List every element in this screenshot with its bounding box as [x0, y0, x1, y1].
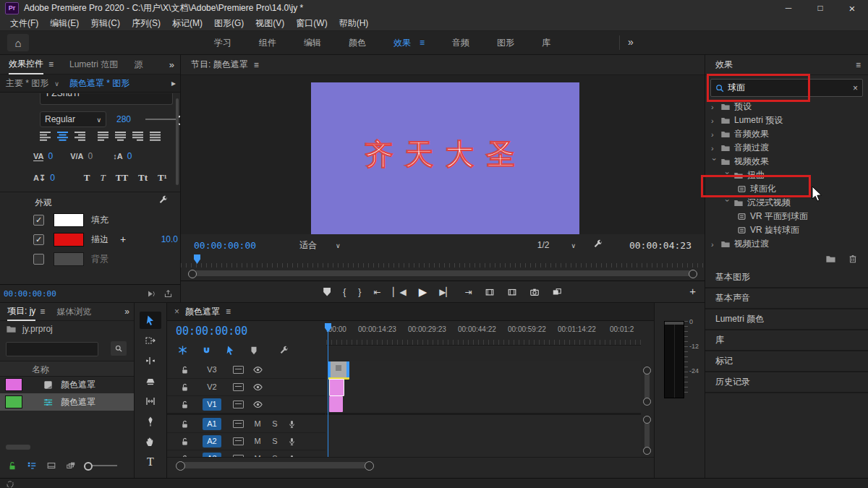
baseline-shift-value[interactable]: 0 — [50, 173, 55, 183]
tab-project[interactable]: 项目: jy — [7, 303, 35, 321]
workspace-tab-graphics[interactable]: 图形 — [497, 37, 514, 49]
tree-item-spherize[interactable]: 球面化 — [705, 182, 868, 196]
clear-search-icon[interactable] — [853, 83, 858, 93]
toggle-track-output-eye-icon[interactable] — [252, 364, 263, 375]
name-column-header[interactable]: 名称 — [0, 361, 134, 377]
playback-resolution-dropdown[interactable]: 1/2 — [537, 240, 576, 250]
solo-button[interactable]: S — [271, 419, 278, 428]
twirl-icon[interactable]: › — [723, 199, 732, 208]
slip-tool[interactable] — [140, 393, 161, 410]
linked-selection-icon[interactable] — [225, 345, 236, 356]
delete-icon[interactable] — [848, 254, 858, 264]
lift-icon[interactable] — [485, 287, 495, 297]
timeline-settings-wrench-icon[interactable] — [279, 346, 289, 356]
workspace-tab-color[interactable]: 颜色 — [349, 37, 366, 49]
step-forward-icon[interactable] — [439, 287, 452, 297]
menu-view[interactable]: 视图(V) — [250, 17, 290, 30]
justify-last-center-icon[interactable] — [115, 132, 127, 141]
tab-source[interactable]: 源 — [134, 59, 142, 71]
justify-last-left-icon[interactable] — [98, 132, 110, 141]
tracking-value[interactable]: 0 — [48, 151, 53, 161]
panel-libraries[interactable]: 库 — [705, 330, 868, 351]
panel-menu-icon[interactable] — [48, 59, 54, 69]
font-size-value[interactable]: 280 — [116, 114, 138, 124]
panel-overflow-icon[interactable]: » — [169, 59, 174, 70]
home-icon[interactable] — [7, 34, 29, 51]
track-label-a1[interactable]: A1 — [203, 418, 221, 430]
project-search-input[interactable] — [9, 345, 118, 354]
sync-lock-icon[interactable] — [233, 420, 244, 428]
stroke-color-swatch[interactable] — [54, 233, 84, 247]
workspace-tab-editing[interactable]: 编辑 — [304, 37, 321, 49]
program-monitor-title[interactable]: 节目: 颜色遮罩 — [191, 59, 248, 71]
track-lock-icon[interactable] — [180, 437, 190, 446]
effects-search-input[interactable] — [725, 83, 853, 93]
menu-edit[interactable]: 编辑(E) — [44, 17, 85, 30]
track-label-v3[interactable]: V3 — [203, 364, 221, 376]
search-bin-button[interactable] — [111, 341, 127, 356]
workspace-menu-icon[interactable] — [420, 38, 425, 48]
go-to-in-icon[interactable] — [373, 287, 380, 297]
video-track-zoom-scrollbar[interactable] — [644, 369, 650, 403]
project-item-color-matte[interactable]: 颜色遮罩 — [0, 376, 134, 393]
audio-level-meter[interactable] — [664, 321, 684, 398]
maximize-button[interactable]: □ — [804, 0, 836, 16]
scrollbar[interactable] — [176, 98, 179, 185]
step-back-icon[interactable] — [393, 287, 406, 297]
horizontal-zoom-scrollbar[interactable] — [177, 462, 373, 468]
active-clip-name[interactable]: 颜色遮罩 * 图形 — [69, 77, 129, 90]
minimize-button[interactable]: ─ — [773, 0, 804, 16]
project-writable-lock-icon[interactable] — [7, 461, 17, 471]
stroke-checkbox[interactable]: ✓ — [33, 234, 44, 245]
all-caps-button[interactable]: TT — [116, 172, 128, 184]
close-tab-icon[interactable] — [174, 307, 179, 317]
playhead-line[interactable] — [328, 325, 328, 458]
master-clip-selector[interactable]: 主要 * 图形 — [6, 77, 48, 90]
track-lane-v1[interactable] — [326, 395, 641, 414]
fill-color-swatch[interactable] — [54, 213, 84, 227]
pen-tool[interactable] — [140, 413, 161, 430]
play-button[interactable] — [419, 286, 427, 299]
wrench-icon[interactable] — [158, 195, 169, 205]
menu-help[interactable]: 帮助(H) — [333, 17, 375, 30]
workspace-tab-assembly[interactable]: 组件 — [259, 37, 276, 49]
panel-menu-icon[interactable] — [226, 307, 231, 317]
panel-menu-icon[interactable] — [856, 60, 861, 70]
panel-markers[interactable]: 标记 — [705, 351, 868, 372]
audio-track-zoom-scrollbar[interactable] — [644, 419, 650, 452]
icon-view-icon[interactable] — [46, 461, 56, 471]
effects-panel-title[interactable]: 效果 — [715, 59, 733, 71]
track-lock-icon[interactable] — [180, 382, 190, 392]
label-color-swatch[interactable] — [5, 395, 22, 408]
sync-lock-icon[interactable] — [233, 366, 244, 374]
track-lock-icon[interactable] — [180, 365, 190, 374]
effects-search-box[interactable] — [710, 79, 863, 97]
panel-history[interactable]: 历史记录 — [705, 372, 868, 393]
tree-item-immersive-video[interactable]: › 沉浸式视频 — [705, 196, 868, 210]
video-preview[interactable]: 齐天大圣 — [311, 82, 579, 234]
chevron-down-icon[interactable] — [54, 78, 59, 88]
extract-icon[interactable] — [507, 287, 517, 297]
menu-window[interactable]: 窗口(W) — [290, 17, 333, 30]
track-lane-v3[interactable] — [326, 361, 641, 379]
stroke-width-value[interactable]: 10.0 — [161, 234, 178, 244]
menu-graphics[interactable]: 图形(G) — [208, 17, 250, 30]
tree-item-vr-rotate-sphere[interactable]: VR 旋转球面 — [705, 223, 868, 237]
selection-tool[interactable] — [140, 312, 161, 329]
panel-lumetri-color[interactable]: Lumetri 颜色 — [705, 309, 868, 330]
tree-item-audio-transitions[interactable]: › 音频过渡 — [705, 141, 868, 155]
new-custom-bin-icon[interactable] — [825, 254, 836, 265]
workspace-tab-effects[interactable]: 效果 — [393, 37, 411, 49]
twirl-icon[interactable]: › — [711, 116, 720, 125]
project-item-sequence[interactable]: 颜色遮罩 — [0, 393, 134, 411]
workspace-tab-audio[interactable]: 音频 — [452, 37, 469, 49]
menu-clip[interactable]: 剪辑(C) — [85, 17, 126, 30]
panel-menu-icon[interactable] — [40, 307, 45, 317]
font-style-dropdown[interactable]: Regular — [40, 111, 106, 127]
mark-out-icon[interactable] — [358, 287, 361, 297]
track-lane-v2[interactable] — [326, 378, 641, 396]
slider-handle[interactable] — [84, 462, 93, 471]
mark-in-icon[interactable] — [343, 287, 346, 297]
type-tool[interactable]: T — [140, 453, 161, 471]
twirl-icon[interactable]: › — [723, 171, 732, 181]
